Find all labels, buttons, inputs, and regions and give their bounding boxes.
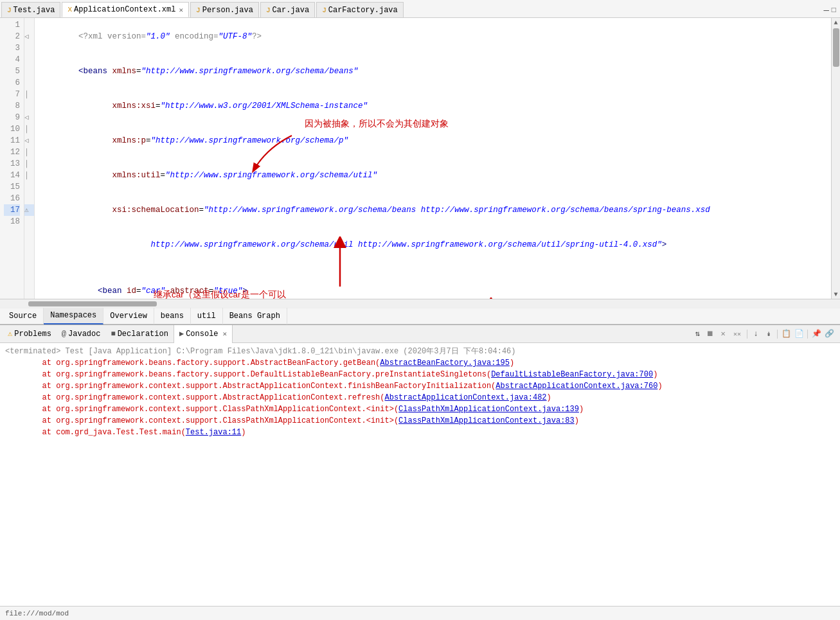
horizontal-scrollbar[interactable] [0,299,840,308]
link-1[interactable]: AbstractBeanFactory.java:195 [380,359,510,368]
maximize-icon[interactable]: □ [832,6,836,15]
javadoc-icon: @ [62,330,66,339]
scroll-down-icon[interactable]: ↓ [750,328,762,340]
link-3[interactable]: AbstractApplicationContext.java:760 [496,382,657,391]
declaration-icon: ■ [111,330,115,339]
tab-label: Person.java [202,6,253,15]
console-line-4: at org.springframework.context.support.A… [5,392,835,403]
vertical-scrollbar[interactable]: ▲ ▼ [831,18,840,299]
xml-tab-bar: Source Namespaces Overview beans util Be… [0,308,840,324]
code-line-8 [40,262,831,274]
console-icon: ▶ [179,329,184,339]
remove-all-icon[interactable]: ✕✕ [730,328,744,340]
problems-icon: ⚠ [8,329,12,339]
close-icon[interactable]: ✕ [179,6,183,14]
xml-tab-beans[interactable]: beans [154,308,191,324]
xml-tab-util[interactable]: util [191,308,223,324]
link-4[interactable]: AbstractApplicationContext.java:482 [385,393,547,402]
h-scroll-thumb[interactable] [28,301,157,306]
status-bar: file:///mod/mod [0,606,840,620]
code-line-9: <bean id="car" abstract="true"> [40,274,831,299]
console-line-7: at com.grd_java.Test.Test.main(Test.java… [5,427,835,438]
console-close-icon[interactable]: ✕ [223,330,228,338]
editor-main: 1 2 3 4 5 6 7 8 9 10 11 12 13 14 15 16 1… [0,18,840,299]
code-line-2: <beans xmlns="http://www.springframework… [40,54,831,89]
link-5[interactable]: ClassPathXmlApplicationContext.java:139 [398,405,579,414]
scroll-down-btn[interactable]: ▼ [832,290,841,299]
clear-console-icon[interactable]: ✕ [717,328,729,340]
ide-window: J Test.java X ApplicationContext.xml ✕ J… [0,0,840,620]
console-line-5: at org.springframework.context.support.C… [5,403,835,415]
console-content[interactable]: <terminated> Test [Java Application] C:\… [0,343,840,606]
code-line-5: xmlns:util="http://www.springframework.o… [40,158,831,193]
link-6[interactable]: ClassPathXmlApplicationContext.java:83 [398,416,575,425]
xml-tab-beans-graph[interactable]: Beans Graph [223,308,287,324]
java-icon: J [266,6,271,14]
xml-icon: X [67,6,72,13]
code-line-3: xmlns:xsi="http://www.w3.org/2001/XMLSch… [40,89,831,123]
tab-console[interactable]: ▶ Console ✕ [174,325,233,343]
gutter: ◁ │ ◁ │ ◁ │ │ │ ⚠ [24,18,35,299]
tab-label: Console [186,330,218,339]
code-line-4: xmlns:p="http://www.springframework.org/… [40,123,831,158]
tab-car-java[interactable]: J Car.java [260,2,315,17]
paste-icon[interactable]: 📄 [793,328,805,340]
tab-person-java[interactable]: J Person.java [190,2,259,17]
tab-label: Javadoc [68,330,100,339]
scroll-thumb[interactable] [833,28,839,67]
separator2 [777,330,778,339]
tab-label: ApplicationContext.xml [74,5,175,14]
scroll-end-icon[interactable]: ↡ [763,328,774,340]
copy-icon[interactable]: 📋 [780,328,792,340]
code-line-6: xsi:schemaLocation="http://www.springfra… [40,193,831,227]
link-2[interactable]: DefaultListableBeanFactory.java:700 [491,370,653,379]
pin-icon[interactable]: 📌 [810,328,822,340]
status-text: file:///mod/mod [5,610,69,617]
link-icon[interactable]: 🔗 [823,328,835,340]
scroll-up-btn[interactable]: ▲ [832,18,841,27]
xml-tab-source[interactable]: Source [3,308,44,324]
tab-label: Declaration [118,330,168,339]
console-toolbar: ⇅ ⏹ ✕ ✕✕ ↓ ↡ 📋 📄 📌 🔗 [692,328,837,340]
separator3 [807,330,808,339]
code-line-1: <?xml version="1.0" encoding="UTF-8"?> [40,19,831,54]
java-icon: J [322,6,326,14]
minimize-icon[interactable]: — [823,5,828,15]
tab-label: Car.java [273,6,310,15]
tab-label: Test.java [13,6,55,15]
tab-declaration[interactable]: ■ Declaration [105,325,173,343]
xml-tab-namespaces[interactable]: Namespaces [44,308,103,324]
java-icon: J [196,6,201,14]
line-numbers: 1 2 3 4 5 6 7 8 9 10 11 12 13 14 15 16 1… [0,18,24,299]
stop-icon[interactable]: ⏹ [704,328,716,340]
console-line-3: at org.springframework.context.support.A… [5,380,835,392]
console-tab-bar: ⚠ Problems @ Javadoc ■ Declaration ▶ Con… [0,325,840,343]
window-controls: — □ [823,5,840,17]
tab-applicationcontext-xml[interactable]: X ApplicationContext.xml ✕ [62,2,189,17]
tab-javadoc[interactable]: @ Javadoc [57,325,106,343]
separator [747,330,747,339]
tab-carfactory-java[interactable]: J CarFactory.java [316,2,404,17]
link-7[interactable]: Test.java:11 [186,428,241,437]
console-line-2: at org.springframework.beans.factory.sup… [5,369,835,380]
java-icon: J [7,6,12,14]
console-line-1: at org.springframework.beans.factory.sup… [5,357,835,369]
tab-label: Problems [14,330,51,339]
console-line-6: at org.springframework.context.support.C… [5,415,835,427]
xml-tab-overview[interactable]: Overview [103,308,154,324]
console-terminated-line: <terminated> Test [Java Application] C:\… [5,346,835,357]
tab-label: CarFactory.java [328,6,398,15]
tab-test-java[interactable]: J Test.java [1,2,60,17]
scroll-lock-icon[interactable]: ⇅ [692,328,703,340]
tab-problems[interactable]: ⚠ Problems [3,325,57,343]
console-panel: ⚠ Problems @ Javadoc ■ Declaration ▶ Con… [0,324,840,606]
code-line-7: http://www.springframework.org/schema/ut… [40,227,831,262]
editor-tab-bar: J Test.java X ApplicationContext.xml ✕ J… [0,0,840,18]
code-editor[interactable]: <?xml version="1.0" encoding="UTF-8"?> <… [35,18,831,299]
